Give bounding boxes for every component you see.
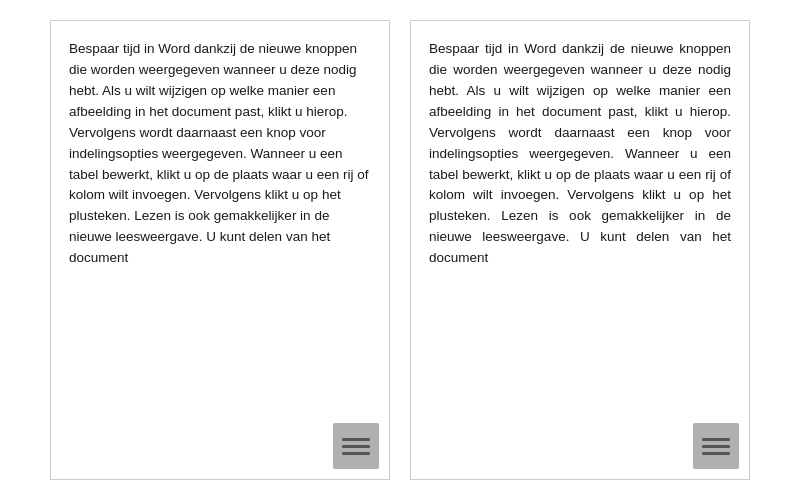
scroll-line-2 <box>342 445 370 448</box>
scroll-icon-right[interactable] <box>693 423 739 469</box>
scroll-line-r2 <box>702 445 730 448</box>
left-document-text: Bespaar tijd in Word dankzij de nieuwe k… <box>51 21 389 479</box>
scroll-line-r3 <box>702 452 730 455</box>
scroll-line-3 <box>342 452 370 455</box>
scroll-line-r1 <box>702 438 730 441</box>
scroll-line-1 <box>342 438 370 441</box>
right-document-panel: Bespaar tijd in Word dankzij de nieuwe k… <box>410 20 750 480</box>
left-document-panel: Bespaar tijd in Word dankzij de nieuwe k… <box>50 20 390 480</box>
right-document-text: Bespaar tijd in Word dankzij de nieuwe k… <box>411 21 749 479</box>
scroll-icon[interactable] <box>333 423 379 469</box>
